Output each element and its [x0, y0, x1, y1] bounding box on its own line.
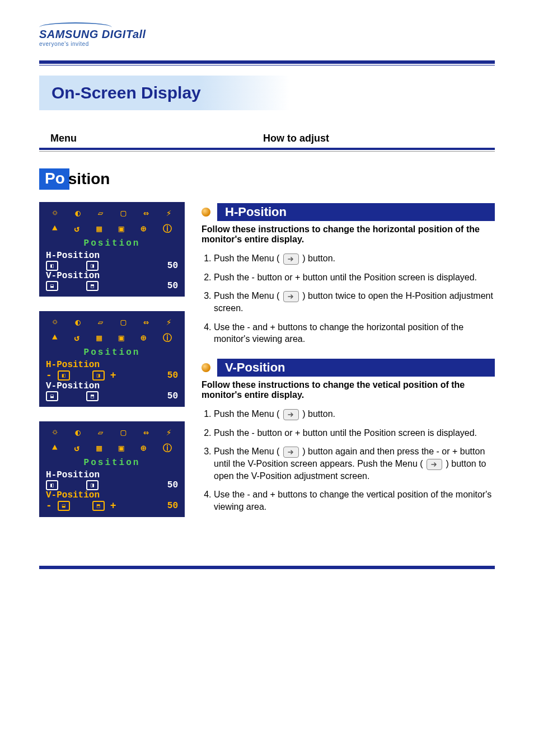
column-headers: Menu How to adjust [50, 133, 484, 144]
warning-icon: ▲ [52, 332, 58, 344]
clock-icon: ⊕ [140, 332, 146, 344]
menu-button-icon [283, 253, 299, 265]
osd-icon-row: ☼ ◐ ▱ ▢ ⇔ ⚡ [39, 314, 185, 330]
step-text: Push the Menu ( [214, 447, 282, 456]
osd-v-label: V-Position [39, 490, 185, 500]
vpos-lead: Follow these instructions to change the … [202, 380, 495, 400]
osd-h-value: 50 [167, 261, 178, 271]
list-item: Push the - button or + button until the … [214, 271, 495, 284]
step-text: Push the Menu ( [214, 253, 282, 263]
info-icon: ⓘ [163, 332, 172, 344]
osd-title: Position [39, 458, 185, 468]
hpos-lead: Follow these instructions to change the … [202, 224, 495, 245]
trapezoid-icon: ▱ [98, 427, 104, 438]
info-icon: ⓘ [163, 223, 172, 235]
osd-h-label: H-Position [39, 251, 185, 261]
list-item: Use the - and + buttons to change the ho… [214, 321, 495, 345]
menu-button-icon [427, 459, 442, 470]
clock-icon: ⊕ [140, 443, 146, 454]
osd-icon-row: ☼ ◐ ▱ ▢ ⇔ ⚡ [39, 425, 185, 440]
bullet-icon [202, 208, 210, 217]
brand-main: SAMSUNG DIGIT [39, 28, 133, 40]
move-down-icon: ⬓ [46, 391, 58, 401]
hsize-icon: ⇔ [143, 208, 149, 219]
osd-v-value: 50 [167, 501, 178, 511]
brightness-icon: ☼ [53, 208, 58, 219]
trapezoid-icon: ▱ [98, 208, 104, 219]
menu-button-icon [283, 291, 299, 302]
osd-panel-position: ☼ ◐ ▱ ▢ ⇔ ⚡ ▲ ↺ ▦ ▣ ⊕ ⓘ Position H-Posit… [39, 202, 185, 297]
topic-title-hposition: H-Position [217, 203, 495, 221]
pincushion-icon: ▢ [121, 427, 127, 438]
section-title-rest: sition [68, 170, 110, 188]
osd-h-value: 50 [167, 480, 178, 490]
move-left-icon: ◧ [46, 261, 58, 271]
page-root: SAMSUNG DIGITall everyone's invited On-S… [0, 0, 534, 569]
list-item: Push the Menu ( ) button again and then … [214, 445, 495, 482]
osd-icon-row: ☼ ◐ ▱ ▢ ⇔ ⚡ [39, 205, 185, 221]
plus-icon: + [110, 370, 116, 381]
instructions: H-Position Follow these instructions to … [202, 202, 495, 527]
menu-button-icon [283, 447, 299, 458]
brand-name: SAMSUNG DIGITall [39, 28, 146, 40]
list-item: Push the Menu ( ) button. [214, 408, 495, 420]
hsize-icon: ⇔ [143, 317, 149, 328]
minus-icon: - [46, 500, 52, 511]
degauss-icon: ⚡ [166, 427, 172, 438]
move-down-icon: ⬓ [58, 501, 70, 511]
position-icon: ▣ [119, 223, 124, 235]
step-text: Push the - button or + button until the … [214, 273, 477, 282]
warning-icon: ▲ [52, 223, 58, 235]
osd-h-adjust: ◧ ◨ 50 [39, 480, 185, 490]
color-icon: ▦ [96, 443, 102, 454]
osd-v-adjust: ⬓ ⬒ 50 [39, 281, 185, 291]
list-item: Push the Menu ( ) button twice to open t… [214, 290, 495, 314]
contrast-icon: ◐ [75, 317, 81, 328]
brand-suffix: all [133, 28, 146, 40]
brightness-icon: ☼ [53, 427, 58, 438]
step-text: Use the - and + buttons to change the ve… [214, 490, 491, 511]
list-item: Push the - button or + button until the … [214, 427, 495, 439]
osd-h-label: H-Position [39, 470, 185, 480]
osd-h-adjust: ◧ ◨ 50 [39, 261, 185, 271]
info-icon: ⓘ [163, 443, 172, 454]
position-icon: ▣ [119, 443, 124, 454]
move-up-icon: ⬒ [86, 391, 99, 401]
section-tab: Po [39, 168, 69, 190]
recall-icon: ↺ [74, 223, 80, 235]
color-icon: ▦ [96, 332, 102, 344]
move-up-icon: ⬒ [92, 501, 105, 511]
section-heading: Po sition [39, 168, 495, 190]
osd-icon-row: ▲ ↺ ▦ ▣ ⊕ ⓘ [39, 330, 185, 346]
pincushion-icon: ▢ [121, 317, 127, 328]
clock-icon: ⊕ [140, 223, 146, 235]
osd-v-adjust-active: - ⬓ ⬒ + 50 [39, 500, 185, 511]
osd-previews: ☼ ◐ ▱ ▢ ⇔ ⚡ ▲ ↺ ▦ ▣ ⊕ ⓘ Position H-Posit… [39, 202, 185, 527]
footer-divider [39, 566, 495, 569]
step-text: Push the Menu ( [214, 291, 282, 300]
osd-v-label: V-Position [39, 381, 185, 391]
col-header-howto: How to adjust [218, 133, 484, 144]
hpos-steps: Push the Menu ( ) button. Push the - but… [202, 252, 495, 345]
hsize-icon: ⇔ [143, 427, 149, 438]
color-icon: ▦ [96, 223, 102, 235]
osd-v-value: 50 [167, 281, 178, 291]
step-text: Push the Menu ( [214, 409, 282, 419]
step-text: ) button. [302, 409, 335, 419]
move-right-icon: ◨ [86, 261, 99, 271]
recall-icon: ↺ [74, 332, 80, 344]
osd-panel-vposition: ☼ ◐ ▱ ▢ ⇔ ⚡ ▲ ↺ ▦ ▣ ⊕ ⓘ Position H-Posit… [39, 421, 185, 517]
move-right-icon: ◨ [86, 480, 99, 490]
osd-v-value: 50 [167, 391, 178, 401]
brightness-icon: ☼ [53, 317, 58, 328]
step-text: ) button. [302, 253, 335, 263]
osd-v-adjust: ⬓ ⬒ 50 [39, 391, 185, 401]
plus-icon: + [110, 500, 116, 511]
topic-title-vposition: V-Position [217, 359, 495, 377]
brand-logo: SAMSUNG DIGITall everyone's invited [39, 22, 495, 47]
recall-icon: ↺ [74, 443, 80, 454]
degauss-icon: ⚡ [166, 208, 172, 219]
list-item: Push the Menu ( ) button. [214, 252, 495, 265]
osd-icon-row: ▲ ↺ ▦ ▣ ⊕ ⓘ [39, 221, 185, 237]
move-left-icon: ◧ [58, 370, 70, 381]
